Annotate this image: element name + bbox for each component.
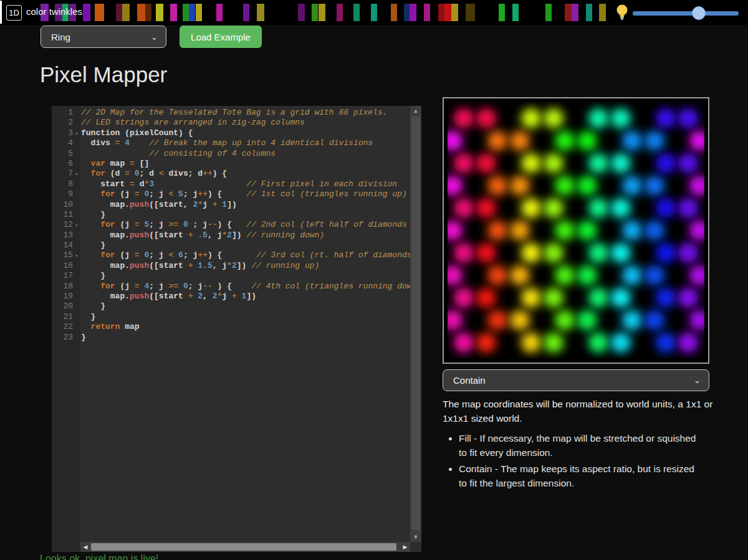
code-line[interactable]: 4 divs = 4 // Break the map up into 4 id… — [52, 138, 410, 148]
pixel-dot — [544, 108, 563, 128]
code-line[interactable]: 6 var map = [] — [52, 159, 410, 169]
code-line[interactable]: 5 // consisting of 4 columns — [52, 149, 410, 159]
pixel-dot — [521, 198, 541, 218]
led-segment — [499, 4, 505, 21]
fold-marker-icon[interactable]: ▾ — [73, 169, 80, 179]
pixel-dot — [678, 108, 698, 128]
led-segment — [424, 4, 430, 21]
led-segment — [145, 4, 151, 21]
scroll-down-icon[interactable]: ▼ — [410, 532, 421, 542]
pixel-map-preview — [443, 97, 709, 364]
code-text: map.push([start, 2*j + 1]) — [80, 200, 237, 210]
pixel-dot — [521, 333, 541, 353]
code-line[interactable]: 3▾function (pixelCount) { — [52, 128, 410, 138]
code-text: for (j = 0; j < 6; j++) { // 3rd col (rt… — [80, 250, 410, 260]
code-text: } — [80, 333, 86, 343]
pixel-dot — [622, 176, 642, 196]
pixel-dot — [577, 265, 597, 285]
code-line[interactable]: 21 } — [52, 312, 410, 322]
load-example-button[interactable]: Load Example — [180, 26, 262, 48]
code-text: function (pixelCount) { — [80, 128, 193, 138]
fold-marker-icon[interactable]: ▾ — [73, 250, 80, 260]
scroll-right-icon[interactable]: ▶ — [400, 542, 410, 552]
fold-gutter — [73, 149, 80, 159]
scale-mode-bullet-list: Fill - If necessary, the map will be str… — [459, 431, 703, 492]
pixel-dot — [656, 288, 676, 308]
brightness-slider-track[interactable] — [633, 11, 739, 16]
line-number: 20 — [52, 301, 73, 311]
window-edge-line — [0, 1, 2, 24]
code-line[interactable]: 22 return map — [52, 322, 410, 332]
pixel-dot — [656, 198, 676, 218]
code-text: for (j = 4; j >= 0; j-- ) { // 4th col (… — [80, 282, 410, 292]
code-line[interactable]: 11 } — [52, 210, 410, 220]
pixel-dot — [678, 243, 698, 263]
code-line[interactable]: 20 } — [52, 301, 410, 311]
led-segment — [438, 4, 444, 21]
code-line[interactable]: 23} — [52, 333, 410, 343]
code-line[interactable]: 8 start = d*3 // First pixel in each div… — [52, 179, 410, 189]
pixel-dot — [510, 310, 530, 330]
pixel-dot — [454, 333, 474, 353]
code-line[interactable]: 17 } — [52, 271, 410, 281]
editor-horizontal-scrollbar[interactable]: ◀ ▶ — [80, 542, 410, 552]
horizontal-scroll-thumb[interactable] — [91, 543, 396, 551]
pixel-dot — [611, 288, 631, 308]
fold-gutter — [73, 200, 80, 210]
editor-code-lines[interactable]: 1// 2D Map for the Tesselated Tote Bag i… — [52, 108, 410, 343]
line-number: 13 — [52, 230, 73, 240]
map-status-message: Looks ok, pixel map is live! — [40, 553, 158, 560]
pixel-dot — [454, 288, 474, 308]
line-number: 3 — [52, 128, 73, 138]
code-text: for (d = 0; d < divs; d++) { — [80, 169, 227, 179]
pixel-dot — [487, 131, 507, 151]
pixel-dot — [588, 288, 608, 308]
pixel-dot — [544, 153, 563, 173]
fold-gutter — [73, 271, 80, 281]
code-line[interactable]: 10 map.push([start, 2*j + 1]) — [52, 200, 410, 210]
code-line[interactable]: 19 map.push([start + 2, 2*j + 1]) — [52, 292, 410, 301]
line-number: 15 — [52, 250, 73, 260]
pixel-dot — [454, 153, 474, 173]
line-number: 22 — [52, 322, 73, 332]
fold-marker-icon[interactable]: ▾ — [73, 128, 80, 138]
pixel-map-canvas — [448, 102, 704, 359]
editor-vertical-scrollbar[interactable]: ▲ ▼ — [410, 106, 421, 542]
code-text: } — [80, 240, 105, 250]
code-line[interactable]: 7▾ for (d = 0; d < divs; d++) { — [52, 169, 410, 179]
line-number: 16 — [52, 261, 73, 271]
pixel-dot — [656, 243, 676, 263]
code-line[interactable]: 12▾ for (j = 5; j >= 0 ; j--) { // 2nd c… — [52, 220, 410, 230]
pixel-dot — [577, 221, 597, 240]
brightness-slider-thumb[interactable] — [692, 6, 706, 20]
code-line[interactable]: 9 for (j = 0; j < 5; j++) { // 1st col (… — [52, 189, 410, 199]
led-segment — [451, 4, 458, 21]
fold-gutter — [73, 301, 80, 311]
scroll-left-icon[interactable]: ◀ — [80, 542, 90, 552]
code-line[interactable]: 13 map.push([start + .5, j*2]) // runnin… — [52, 230, 410, 240]
active-pattern-name[interactable]: color twinkles — [26, 6, 82, 17]
map-code-editor[interactable]: 1// 2D Map for the Tesselated Tote Bag i… — [52, 106, 421, 552]
pixel-dot — [521, 243, 541, 263]
brightness-slider[interactable] — [633, 6, 739, 21]
code-line[interactable]: 1// 2D Map for the Tesselated Tote Bag i… — [52, 108, 410, 118]
pixel-dot — [678, 288, 698, 308]
code-line[interactable]: 16 map.push([start + 1.5, j*2]) // runni… — [52, 261, 410, 271]
pixel-dot — [555, 310, 575, 330]
pixel-dot — [645, 310, 664, 330]
code-text: map.push([start + .5, j*2]) // running d… — [80, 230, 324, 240]
code-line[interactable]: 14 } — [52, 240, 410, 250]
fold-marker-icon[interactable]: ▾ — [73, 220, 80, 230]
vertical-scroll-thumb[interactable] — [411, 116, 420, 530]
led-segment — [298, 4, 305, 21]
scale-mode-select[interactable]: Contain ⌄ — [443, 369, 709, 391]
code-line[interactable]: 18 for (j = 4; j >= 0; j-- ) { // 4th co… — [52, 282, 410, 292]
pixel-dot — [476, 198, 496, 218]
led-segment — [83, 4, 90, 21]
code-text: // 2D Map for the Tesselated Tote Bag is… — [80, 108, 387, 118]
code-line[interactable]: 15▾ for (j = 0; j < 6; j++) { // 3rd col… — [52, 250, 410, 260]
scroll-up-icon[interactable]: ▲ — [410, 106, 421, 116]
led-segment — [353, 4, 360, 21]
map-example-select[interactable]: Ring ⌄ — [41, 26, 166, 48]
code-line[interactable]: 2// LED strings are arranged in zig-zag … — [52, 118, 410, 128]
